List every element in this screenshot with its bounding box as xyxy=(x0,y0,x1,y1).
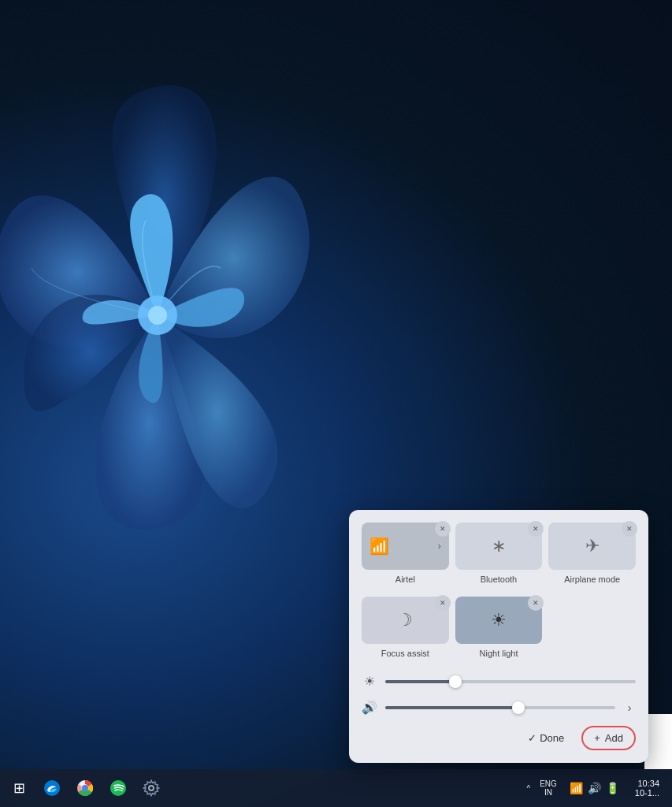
add-button[interactable]: + Add xyxy=(581,726,636,750)
time-display: 10:34 xyxy=(637,779,659,788)
toggle-item-wifi: 📶 › ✕ Airtel xyxy=(362,523,449,584)
language-indicator[interactable]: ENG IN xyxy=(536,778,560,798)
wifi-label: Airtel xyxy=(395,575,415,584)
wifi-sys-icon: 📶 xyxy=(570,782,583,794)
toggle-item-airplane: ✈ ✕ Airplane mode xyxy=(548,523,636,584)
focus-label: Focus assist xyxy=(381,649,429,658)
spotify-icon[interactable] xyxy=(102,772,134,804)
done-check-icon: ✓ xyxy=(528,732,536,744)
volume-slider-row: 🔊 › xyxy=(362,700,636,715)
battery-icon: 🔋 xyxy=(606,782,619,794)
toggle-item-nightlight: ☀ ✕ Night light xyxy=(455,597,543,658)
wifi-chevron-icon: › xyxy=(438,541,441,552)
svg-point-6 xyxy=(110,780,126,796)
focus-unpin-button[interactable]: ✕ xyxy=(435,595,451,611)
volume-slider[interactable] xyxy=(385,706,615,709)
taskbar: ⊞ ^ ENG IN 📶 🔊 🔋 xyxy=(0,769,672,807)
chrome-icon[interactable] xyxy=(69,772,101,804)
volume-arrow-icon[interactable]: › xyxy=(623,701,636,714)
svg-point-7 xyxy=(149,786,154,790)
quick-settings-panel: 📶 › ✕ Airtel ∗ ✕ Bluetooth xyxy=(349,510,648,763)
taskbar-right-section: ^ ENG IN 📶 🔊 🔋 10:34 10-1... xyxy=(523,775,672,801)
done-label: Done xyxy=(540,732,564,744)
wifi-icon: 📶 xyxy=(369,537,389,556)
brightness-slider[interactable] xyxy=(385,680,636,683)
volume-fill xyxy=(385,706,518,709)
unpin-icon-bt: ✕ xyxy=(533,526,539,533)
taskbar-chevron-button[interactable]: ^ xyxy=(523,781,533,796)
system-tray-icons[interactable]: 📶 🔊 🔋 xyxy=(563,779,626,798)
date-display: 10-1... xyxy=(635,788,659,798)
brightness-slider-row: ☀ xyxy=(362,674,636,689)
airplane-unpin-button[interactable]: ✕ xyxy=(622,521,637,537)
wallpaper-bloom xyxy=(0,39,362,591)
nightlight-label: Night light xyxy=(480,649,518,658)
white-corner-box xyxy=(644,714,672,769)
airplane-label: Airplane mode xyxy=(564,575,620,584)
language-text: ENG xyxy=(540,779,557,788)
volume-sys-icon: 🔊 xyxy=(588,782,601,794)
add-plus-icon: + xyxy=(594,732,600,744)
taskbar-left-section: ⊞ xyxy=(0,772,167,804)
unpin-icon-air: ✕ xyxy=(626,526,633,533)
bluetooth-label: Bluetooth xyxy=(481,575,517,584)
unpin-icon-night: ✕ xyxy=(533,600,539,607)
start-button[interactable]: ⊞ xyxy=(3,772,35,804)
settings-icon[interactable] xyxy=(136,772,167,804)
wifi-unpin-button[interactable]: ✕ xyxy=(435,521,451,537)
svg-point-1 xyxy=(148,306,167,325)
add-label: Add xyxy=(605,732,623,744)
toggle-item-bluetooth: ∗ ✕ Bluetooth xyxy=(455,523,543,584)
taskbar-clock[interactable]: 10:34 10-1... xyxy=(629,775,666,801)
region-text: IN xyxy=(544,788,552,797)
done-button[interactable]: ✓ Done xyxy=(520,727,572,749)
unpin-icon: ✕ xyxy=(440,526,446,533)
brightness-icon: ☀ xyxy=(362,674,377,689)
brightness-fill xyxy=(385,680,455,683)
unpin-icon-focus: ✕ xyxy=(440,600,446,607)
toggle-item-focus: ☽ ✕ Focus assist xyxy=(362,597,449,658)
toggle-row-2: ☽ ✕ Focus assist ☀ ✕ Night light xyxy=(362,597,636,658)
edge-icon[interactable] xyxy=(36,772,68,804)
toggle-row-1: 📶 › ✕ Airtel ∗ ✕ Bluetooth xyxy=(362,523,636,584)
toggle-placeholder xyxy=(548,597,636,658)
panel-bottom-bar: ✓ Done + Add xyxy=(362,726,636,750)
svg-point-5 xyxy=(83,786,87,790)
volume-icon: 🔊 xyxy=(362,700,377,715)
brightness-thumb[interactable] xyxy=(449,675,462,688)
volume-thumb[interactable] xyxy=(512,701,525,714)
